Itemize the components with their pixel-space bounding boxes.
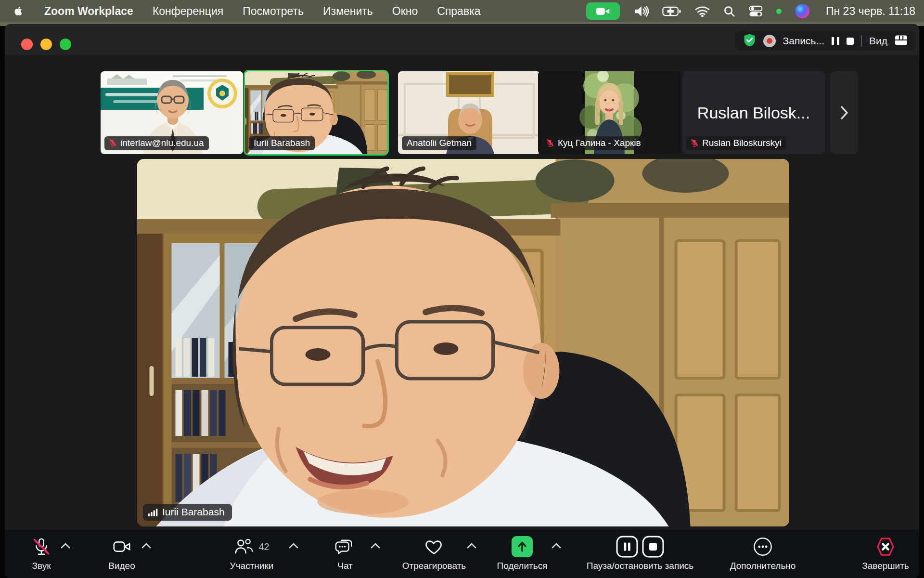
share-screen-icon [512, 536, 533, 557]
share-options-chevron[interactable] [551, 541, 562, 550]
control-center-icon[interactable] [749, 5, 763, 17]
battery-icon[interactable] [662, 6, 681, 16]
audio-level-bars-icon [148, 508, 158, 516]
participant-name-label: Iurii Barabash [249, 136, 315, 150]
recording-label: Запись... [783, 35, 824, 47]
video-options-chevron[interactable] [141, 541, 152, 550]
participant-name-label: Ruslan Biloskurskyi [686, 136, 786, 150]
participants-icon [234, 537, 254, 557]
active-speaker-name-label: Iurii Barabash [143, 504, 232, 521]
chevron-right-icon [839, 105, 849, 120]
mute-button[interactable]: Звук [22, 536, 61, 571]
react-button[interactable]: Отреагировать [396, 536, 473, 571]
window-titlebar: Запись... Вид [5, 24, 919, 55]
close-window-button[interactable] [21, 39, 33, 50]
ellipsis-icon [753, 537, 773, 557]
stop-recording-button[interactable] [642, 536, 664, 558]
spotlight-search-icon[interactable] [723, 5, 735, 17]
audio-options-chevron[interactable] [60, 541, 71, 550]
participant-name-label: Anatolii Getman [402, 136, 476, 150]
zoom-meeting-window: Запись... Вид interlaw@nlu.edu.ua Iurii … [5, 24, 919, 578]
menu-view[interactable]: Посмотреть [243, 5, 304, 18]
menu-help[interactable]: Справка [437, 5, 480, 18]
video-button[interactable]: Видео [103, 536, 141, 571]
macos-menubar: Zoom Workplace Конференция Посмотреть Из… [0, 0, 924, 22]
mic-muted-icon [546, 139, 554, 147]
chat-icon [335, 537, 355, 557]
chat-button[interactable]: Чат [326, 536, 364, 571]
chat-options-chevron[interactable] [370, 541, 381, 550]
active-speaker-video[interactable]: Iurii Barabash [137, 159, 789, 526]
minimize-window-button[interactable] [40, 39, 52, 50]
recording-indicator-icon [763, 35, 776, 47]
participant-name-label: Куц Галина - Харків [542, 136, 646, 150]
camera-icon [112, 537, 132, 557]
participant-tile-biloskurskyi[interactable]: Ruslan Bilosk... Ruslan Biloskurskyi [682, 71, 825, 154]
pause-recording-button[interactable] [616, 536, 638, 558]
participants-button[interactable]: 42 Участники [220, 536, 283, 571]
participant-name-label: interlaw@nlu.edu.ua [104, 136, 209, 150]
volume-icon[interactable] [633, 5, 649, 17]
apple-menu-icon[interactable] [13, 4, 25, 18]
wifi-icon[interactable] [695, 6, 710, 17]
menu-window[interactable]: Окно [392, 5, 418, 18]
speaker-video-feed [137, 159, 789, 526]
status-green-dot [776, 9, 782, 14]
meeting-toolbar: Звук Видео 42 Участники Чат [5, 530, 919, 578]
menu-edit[interactable]: Изменить [323, 5, 373, 18]
participants-count: 42 [258, 541, 269, 552]
camera-in-use-indicator[interactable] [586, 2, 620, 20]
traffic-lights [21, 39, 71, 50]
meeting-status-bar: Запись... Вид [735, 31, 915, 51]
menubar-app-name[interactable]: Zoom Workplace [44, 5, 133, 18]
participant-tile-getman[interactable]: Anatolii Getman [398, 71, 540, 154]
end-meeting-button[interactable]: Завершить [848, 536, 919, 571]
share-screen-button[interactable]: Поделиться [493, 536, 551, 571]
filmstrip-next-button[interactable] [830, 71, 858, 154]
encryption-shield-icon[interactable] [743, 33, 756, 49]
mic-muted-icon [690, 139, 699, 147]
stop-recording-icon[interactable] [847, 38, 854, 45]
pause-recording-icon[interactable] [832, 37, 839, 45]
end-call-icon [875, 536, 896, 557]
mic-muted-icon [108, 139, 117, 147]
participant-tile-interlaw[interactable]: interlaw@nlu.edu.ua [101, 71, 243, 154]
siri-icon[interactable] [795, 4, 809, 18]
screen: Zoom Workplace Конференция Посмотреть Из… [0, 0, 924, 578]
participant-tile-kuts[interactable]: Куц Галина - Харків [538, 71, 680, 154]
menu-conference[interactable]: Конференция [153, 5, 223, 18]
view-label: Вид [869, 35, 887, 47]
view-layout-icon[interactable] [895, 35, 908, 48]
heart-icon [424, 537, 444, 557]
participants-options-chevron[interactable] [288, 541, 299, 550]
zoom-window-button[interactable] [60, 39, 71, 50]
react-options-chevron[interactable] [466, 541, 477, 550]
divider [861, 35, 862, 47]
recording-controls: Пауза/остановить запись [583, 536, 697, 571]
mic-muted-icon [31, 537, 51, 557]
participant-tile-barabash[interactable]: Iurii Barabash [245, 71, 387, 154]
menubar-clock[interactable]: Пн 23 черв. 11:18 [826, 5, 915, 18]
more-button[interactable]: Дополнительно [715, 536, 811, 571]
